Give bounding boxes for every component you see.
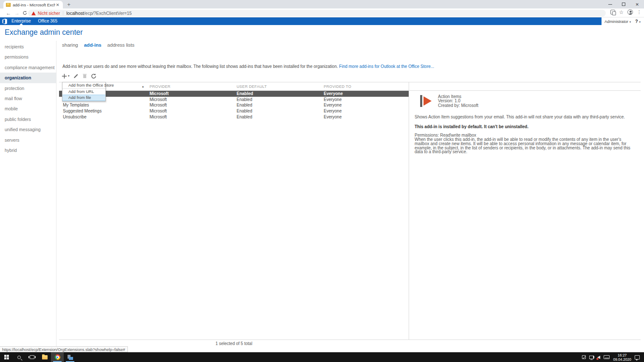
window-minimize-button[interactable] — [603, 0, 617, 8]
exchange-favicon-icon — [6, 3, 11, 7]
address-bar[interactable]: Nicht sicher localhost/ecp/?ExchClientVe… — [28, 10, 606, 17]
window-restore-button[interactable] — [617, 0, 630, 8]
taskbar-clock[interactable]: 16:2709.04.2020 — [613, 353, 631, 362]
table-row[interactable]: Suggested MeetingsMicrosoftEnabledEveryo… — [59, 108, 409, 114]
table-cell: Unsubscribe — [59, 115, 150, 119]
bookmark-star-icon[interactable]: ☆ — [619, 10, 624, 15]
addin-installed-note: This add-in is installed by default. It … — [415, 125, 636, 129]
selection-count: 1 selected of 5 total — [59, 341, 409, 346]
add-dropdown-menu: Add from the Office StoreAdd from URLAdd… — [62, 82, 106, 101]
sidebar-item-recipients[interactable]: recipients — [0, 42, 56, 52]
translate-icon[interactable] — [610, 10, 615, 14]
table-cell: Enabled — [237, 91, 324, 96]
office-store-link[interactable]: Find more add-ins for Outlook at the Off… — [339, 64, 434, 69]
column-header-provided-to[interactable]: PROVIDED TO — [324, 84, 409, 89]
taskbar: 16:2709.04.2020 — [0, 352, 644, 362]
table-cell: My Templates — [59, 103, 150, 107]
browser-tab[interactable]: add-ins - Microsoft Exchange ✕ — [3, 1, 63, 8]
sidebar-item-unified-messaging[interactable]: unified messaging — [0, 124, 56, 135]
browser-tab-title: add-ins - Microsoft Exchange — [13, 3, 55, 7]
table-cell: Enabled — [237, 103, 324, 107]
feature-tabs: sharingadd-insaddress lists — [62, 42, 135, 48]
table-row[interactable]: MicrosoftEnabledEveryone — [59, 91, 409, 97]
sidebar-item-mobile[interactable]: mobile — [0, 104, 56, 114]
table-cell: Microsoft — [150, 91, 237, 96]
sidebar-item-organization[interactable]: organization — [0, 73, 56, 83]
table-cell: Everyone — [324, 91, 409, 96]
addin-created-by: Created by: Microsoft — [438, 104, 478, 108]
file-explorer-button[interactable] — [38, 352, 51, 362]
table-row[interactable]: UnsubscribeMicrosoftEnabledEveryone — [59, 114, 409, 120]
table-cell: Everyone — [324, 109, 409, 113]
tab-address-lists[interactable]: address lists — [107, 42, 135, 48]
sidebar-item-servers[interactable]: servers — [0, 135, 56, 145]
table-cell: Microsoft — [150, 115, 237, 119]
chrome-taskbar-button[interactable] — [51, 352, 64, 362]
sidebar-item-hybrid[interactable]: hybrid — [0, 145, 56, 155]
menu-item-add-from-url[interactable]: Add from URL — [62, 89, 105, 95]
tab-close-icon[interactable]: ✕ — [55, 3, 60, 7]
table-cell: Enabled — [237, 109, 324, 113]
browser-profile-avatar[interactable] — [627, 9, 633, 15]
user-menu[interactable]: Administrator ▾ — [604, 19, 631, 24]
intro-text: Add-ins let your users do and see more w… — [62, 64, 530, 69]
sidebar-item-protection[interactable]: protection — [0, 83, 56, 93]
sidebar-item-mail-flow[interactable]: mail flow — [0, 93, 56, 104]
help-menu[interactable]: ? ▾ — [635, 19, 641, 24]
refresh-button[interactable] — [91, 73, 96, 79]
tab-sharing[interactable]: sharing — [62, 42, 78, 48]
not-secure-warning-icon — [31, 11, 36, 15]
status-bar-url: https://localhost/ecp/Extension/OrgExten… — [0, 346, 128, 352]
table-cell: Enabled — [237, 97, 324, 102]
add-caret-icon: ▾ — [68, 74, 70, 78]
details-pane: Action Items Version: 1.0 Created by: Mi… — [409, 82, 641, 340]
table-cell: Enabled — [237, 115, 324, 119]
task-view-button[interactable] — [25, 352, 38, 362]
action-items-flag-icon — [420, 95, 432, 107]
sidebar-nav: recipientspermissionscompliance manageme… — [0, 41, 56, 348]
not-secure-label[interactable]: Nicht sicher — [38, 11, 60, 16]
menu-item-add-from-the-office-store[interactable]: Add from the Office Store — [62, 82, 105, 89]
tab-add-ins[interactable]: add-ins — [84, 42, 102, 48]
suitebar-office365-link[interactable]: Office 365 — [38, 17, 57, 25]
new-tab-button[interactable]: + — [65, 1, 72, 8]
page-title: Exchange admin center — [5, 28, 83, 37]
table-cell: Suggested Meetings — [59, 109, 150, 113]
table-row[interactable]: My TemplatesMicrosoftEnabledEveryone — [59, 102, 409, 108]
addin-permissions-text: When the user clicks this add-in, the ad… — [415, 138, 636, 154]
table-cell: Everyone — [324, 97, 409, 102]
suitebar-enterprise-link[interactable]: Enterprise — [11, 17, 31, 25]
add-button[interactable]: ▾ — [62, 73, 70, 79]
forward-button[interactable]: → — [14, 10, 20, 16]
browser-tabstrip: add-ins - Microsoft Exchange ✕ + ✕ — [0, 0, 644, 8]
back-button[interactable]: ← — [6, 10, 11, 16]
table-cell: Everyone — [324, 103, 409, 107]
sidebar-item-permissions[interactable]: permissions — [0, 52, 56, 62]
table-cell: Microsoft — [150, 103, 237, 107]
table-cell: Microsoft — [150, 97, 237, 102]
sort-ascending-icon: ▲ — [141, 85, 144, 88]
input-indicator-icon[interactable] — [582, 355, 586, 359]
office-logo-icon — [2, 19, 7, 24]
table-row[interactable]: MicrosoftEnabledEveryone — [59, 97, 409, 103]
menu-item-add-from-file[interactable]: Add from file — [62, 95, 105, 101]
window-close-button[interactable]: ✕ — [630, 0, 644, 8]
table-cell: Microsoft — [150, 109, 237, 113]
table-cell: Everyone — [324, 115, 409, 119]
action-center-icon[interactable] — [635, 355, 640, 359]
url-text[interactable]: localhost/ecp/?ExchClientVer=15 — [66, 11, 132, 16]
sidebar-item-compliance-management[interactable]: compliance management — [0, 62, 56, 73]
column-header-user-default[interactable]: USER DEFAULT — [237, 84, 324, 89]
addin-summary: Shows Action Item suggestions from your … — [415, 115, 636, 120]
start-button[interactable] — [0, 352, 13, 362]
reload-button[interactable] — [23, 11, 27, 15]
delete-button[interactable] — [82, 73, 87, 79]
exchange-toolbox-taskbar-button[interactable] — [64, 352, 76, 362]
browser-menu-icon[interactable]: ⋮ — [637, 9, 641, 15]
edit-button[interactable] — [73, 73, 79, 79]
search-button[interactable] — [13, 352, 25, 362]
volume-muted-icon[interactable] — [597, 356, 600, 359]
touch-keyboard-icon[interactable] — [604, 355, 610, 359]
column-header-provider[interactable]: PROVIDER — [150, 84, 237, 89]
sidebar-item-public-folders[interactable]: public folders — [0, 114, 56, 124]
